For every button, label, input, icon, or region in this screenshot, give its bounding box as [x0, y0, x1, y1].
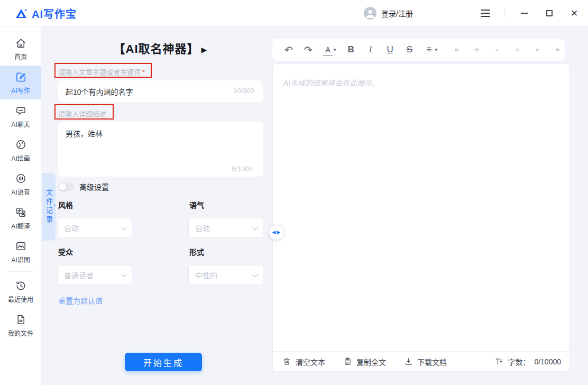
editor-toolbar: ↶ ↷ A ▾ B I U S ≡ ▾: [272, 39, 565, 61]
chevron-down-icon: [121, 224, 127, 230]
reset-defaults-link[interactable]: 重置为默认值: [58, 295, 103, 306]
tool-title: 【AI取名神器】▶: [58, 39, 263, 56]
clear-text-button[interactable]: 清空文本: [282, 356, 325, 367]
sidebar-item-recent[interactable]: 最近使用: [0, 274, 41, 308]
login-label: 登录/注册: [381, 8, 413, 19]
style-select-value: 自动: [64, 223, 121, 233]
clear-text-label: 清空文本: [296, 356, 325, 367]
trash-icon: [282, 357, 291, 366]
paint-icon: [15, 139, 27, 151]
title-bar: AI写作宝 登录/注册 ✕: [0, 0, 588, 26]
align-button[interactable]: ≡ ▾: [425, 43, 438, 56]
tone-select-value: 自动: [195, 223, 252, 233]
undo-icon[interactable]: ↶: [284, 43, 293, 56]
format-brush-icon[interactable]: [495, 44, 499, 56]
sidebar-item-ai-image-recognition[interactable]: AI识图: [0, 235, 41, 269]
topic-label: 请输入文章主题或者关键词*: [58, 67, 145, 77]
tone-label: 语气: [189, 199, 204, 210]
sidebar-item-label: AI语音: [11, 187, 30, 196]
sidebar-item-ai-voice[interactable]: AI语音: [0, 167, 41, 201]
file-records-tab[interactable]: 文件记录 ›: [42, 173, 56, 241]
sidebar-item-ai-translate[interactable]: AI翻译: [0, 201, 41, 235]
sidebar-item-label: AI翻译: [11, 221, 30, 230]
login-button[interactable]: 登录/注册: [364, 7, 413, 20]
write-icon: [15, 71, 27, 83]
clear-format-icon[interactable]: [516, 44, 519, 56]
bold-icon[interactable]: B: [346, 43, 356, 56]
sidebar-item-ai-paint[interactable]: AI绘画: [0, 133, 41, 167]
chevron-right-icon: ›: [53, 201, 56, 208]
play-icon[interactable]: ▶: [201, 45, 208, 54]
format-select[interactable]: 中性的: [188, 265, 263, 285]
divider: [504, 9, 505, 17]
minimize-button[interactable]: [519, 8, 530, 19]
audience-label: 受众: [58, 246, 73, 257]
topic-counter: 10/300: [233, 87, 254, 95]
font-color-icon: A: [323, 43, 333, 56]
voice-icon: [15, 172, 27, 185]
sidebar-item-my-files[interactable]: 我的文件: [0, 308, 41, 342]
advanced-settings-row: 高级设置: [58, 181, 109, 192]
close-icon: ✕: [571, 9, 578, 18]
home-icon: [15, 37, 27, 49]
file-records-label: 文件记录: [44, 189, 54, 225]
panel-resize-handle[interactable]: ◀ ▶: [269, 225, 283, 240]
audience-select[interactable]: 普通读者: [57, 265, 132, 285]
advanced-settings-label: 高级设置: [79, 181, 109, 192]
sidebar-item-label: 首页: [14, 52, 27, 61]
attachment-icon[interactable]: [536, 44, 539, 56]
toggle-knob: [59, 184, 66, 190]
caret-down-icon: ▾: [334, 47, 336, 52]
image-edit-icon[interactable]: [475, 44, 479, 56]
chevron-down-icon: [121, 271, 127, 277]
download-icon: [404, 357, 413, 366]
editor-placeholder: AI生成的结果将会在此展示..: [283, 77, 376, 88]
editor-footer: 清空文本 复制全文 下载文档 字数： 0/10000: [273, 351, 569, 371]
italic-icon[interactable]: I: [366, 43, 375, 56]
file-icon: [15, 314, 27, 326]
logo-icon: [15, 7, 27, 20]
audience-select-value: 普通读者: [64, 270, 121, 280]
insert-image-icon[interactable]: [455, 44, 458, 56]
history-icon: [15, 280, 27, 292]
copy-icon: [343, 357, 352, 366]
underline-icon[interactable]: U: [385, 43, 395, 56]
menu-icon[interactable]: [481, 10, 490, 17]
chevron-down-icon: [252, 224, 258, 230]
sidebar-item-home[interactable]: 首页: [0, 32, 41, 66]
generate-button[interactable]: 开始生成: [125, 353, 202, 371]
download-doc-button[interactable]: 下载文档: [404, 356, 447, 367]
result-editor[interactable]: AI生成的结果将会在此展示.. 清空文本 复制全文 下: [272, 63, 570, 372]
arrow-left-icon: ◀: [272, 230, 276, 235]
format-label: 形式: [189, 246, 204, 257]
sidebar-item-ai-chat[interactable]: AI聊天: [0, 99, 41, 133]
redo-icon[interactable]: ↷: [304, 43, 313, 56]
app-logo: AI写作宝: [15, 6, 77, 21]
arrow-right-icon: ▶: [277, 230, 281, 235]
format-select-value: 中性的: [195, 270, 252, 280]
sidebar-item-ai-writing[interactable]: AI写作: [0, 66, 41, 99]
maximize-button[interactable]: [544, 8, 555, 19]
copy-all-button[interactable]: 复制全文: [343, 356, 386, 367]
advanced-settings-toggle[interactable]: [58, 182, 74, 191]
required-asterisk: *: [142, 68, 145, 76]
copy-all-label: 复制全文: [356, 356, 386, 367]
topic-input[interactable]: [58, 80, 263, 102]
tone-select[interactable]: 自动: [188, 218, 263, 238]
caret-down-icon: ▾: [435, 47, 438, 52]
style-select[interactable]: 自动: [57, 218, 132, 238]
word-count-icon: [494, 357, 503, 366]
word-count-label: 字数：: [508, 356, 530, 367]
text-template-icon[interactable]: [556, 44, 559, 56]
description-label: 请输入详细描述: [58, 108, 106, 118]
strikethrough-icon[interactable]: S: [405, 43, 415, 56]
close-button[interactable]: ✕: [569, 8, 580, 19]
sidebar-item-label: AI聊天: [11, 120, 30, 129]
app-window: AI写作宝 登录/注册 ✕ 首页: [0, 0, 588, 385]
style-label: 风格: [58, 199, 73, 210]
sidebar-item-label: AI绘画: [11, 153, 30, 162]
app-title: AI写作宝: [32, 6, 77, 21]
font-color-button[interactable]: A ▾: [323, 43, 336, 56]
sidebar: 首页 AI写作 AI聊天 AI绘画: [0, 26, 41, 385]
sidebar-item-label: AI写作: [11, 86, 30, 95]
